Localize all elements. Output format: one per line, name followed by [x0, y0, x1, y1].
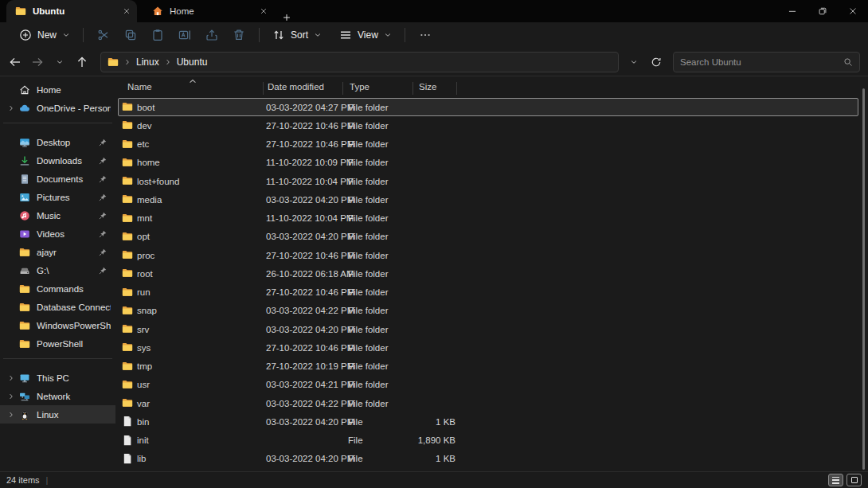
- table-row[interactable]: media 03-03-2022 04:20 PM File folder: [118, 190, 858, 209]
- tab-close-icon[interactable]: [123, 7, 131, 15]
- sidebar-item-onedrive-personal[interactable]: OneDrive - Personal: [0, 99, 115, 117]
- sidebar-item-powershell[interactable]: PowerShell: [0, 334, 115, 353]
- tab-home[interactable]: Home: [143, 0, 274, 22]
- chevron-right-icon[interactable]: [7, 392, 15, 400]
- table-row[interactable]: bin 03-03-2022 04:20 PM File 1 KB: [118, 412, 858, 431]
- back-button[interactable]: [5, 52, 25, 72]
- table-row[interactable]: sys 27-10-2022 10:46 PM File folder: [118, 338, 858, 357]
- chevron-right-icon[interactable]: [7, 374, 15, 382]
- view-icon: [339, 29, 352, 41]
- address-dropdown-button[interactable]: [624, 52, 644, 72]
- status-divider: |: [46, 475, 49, 485]
- drive-icon: [19, 265, 30, 276]
- paste-button[interactable]: [144, 25, 171, 45]
- chevron-right-icon[interactable]: [7, 411, 15, 419]
- table-row[interactable]: run 27-10-2022 10:46 PM File folder: [118, 283, 858, 302]
- column-separator[interactable]: [412, 82, 413, 95]
- toolbar-separator: [259, 28, 260, 42]
- search-input[interactable]: [680, 57, 839, 67]
- table-row[interactable]: proc 27-10-2022 10:46 PM File folder: [118, 246, 858, 264]
- sidebar-item-windowspowershell[interactable]: WindowsPowerShell: [0, 316, 115, 334]
- folder-icon: [19, 283, 30, 295]
- sidebar-item-documents[interactable]: Documents: [0, 170, 115, 188]
- folder-icon: [122, 119, 133, 131]
- file-date-modified: 27-10-2022 10:19 PM: [266, 361, 354, 371]
- sidebar-item-ajayr[interactable]: ajayr: [0, 243, 115, 261]
- navigation-pane: Home OneDrive - Personal Desktop Downloa…: [0, 77, 115, 471]
- column-separator[interactable]: [342, 82, 343, 95]
- chevron-right-icon[interactable]: [7, 104, 15, 112]
- table-row[interactable]: snap 03-03-2022 04:22 PM File folder: [118, 302, 858, 320]
- search-icon[interactable]: [843, 57, 853, 67]
- sidebar-item-desktop[interactable]: Desktop: [0, 133, 115, 151]
- restore-button[interactable]: [807, 0, 838, 22]
- sidebar-item-downloads[interactable]: Downloads: [0, 151, 115, 170]
- rename-button[interactable]: [171, 25, 198, 45]
- pin-icon: [98, 193, 108, 202]
- column-header-name[interactable]: Name: [127, 82, 152, 92]
- sidebar-item-music[interactable]: Music: [0, 206, 115, 224]
- column-header-date-modified[interactable]: Date modified: [268, 82, 324, 92]
- sidebar-item-linux[interactable]: Linux: [0, 405, 115, 424]
- table-row[interactable]: usr 03-03-2022 04:21 PM File folder: [118, 376, 858, 394]
- table-row[interactable]: tmp 27-10-2022 10:19 PM File folder: [118, 357, 858, 376]
- breadcrumb-segment-linux[interactable]: Linux: [133, 55, 162, 69]
- share-button[interactable]: [198, 25, 225, 45]
- table-row[interactable]: lib 03-03-2022 04:20 PM File 1 KB: [118, 450, 858, 468]
- linux-icon: [19, 409, 30, 420]
- table-row[interactable]: mnt 11-10-2022 10:04 PM File folder: [118, 209, 858, 228]
- breadcrumb[interactable]: Linux Ubuntu: [100, 52, 619, 72]
- column-header-size[interactable]: Size: [419, 82, 436, 92]
- column-separator[interactable]: [456, 82, 457, 95]
- up-button[interactable]: [72, 52, 92, 72]
- breadcrumb-segment-ubuntu[interactable]: Ubuntu: [174, 55, 211, 69]
- icons-view-button[interactable]: [846, 474, 862, 486]
- column-separator[interactable]: [263, 82, 264, 95]
- refresh-button[interactable]: [646, 52, 667, 72]
- file-name: media: [137, 195, 162, 205]
- sidebar-item-label: Pictures: [37, 193, 98, 202]
- sidebar-item-videos[interactable]: Videos: [0, 224, 115, 243]
- sidebar-item-label: Videos: [37, 229, 98, 239]
- sidebar-item-g[interactable]: G:\: [0, 261, 115, 279]
- vertical-scrollbar[interactable]: [862, 88, 865, 470]
- delete-button[interactable]: [225, 25, 252, 45]
- column-header-type[interactable]: Type: [350, 82, 369, 92]
- cut-button[interactable]: [90, 25, 117, 45]
- file-icon: [122, 435, 133, 446]
- table-row[interactable]: boot 03-03-2022 04:27 PM File folder: [118, 98, 858, 116]
- sidebar-item-this-pc[interactable]: This PC: [0, 369, 115, 387]
- sidebar-item-pictures[interactable]: Pictures: [0, 188, 115, 206]
- table-row[interactable]: var 03-03-2022 04:22 PM File folder: [118, 394, 858, 412]
- forward-button[interactable]: [27, 52, 48, 72]
- details-view-button[interactable]: [828, 474, 843, 486]
- sidebar-item-network[interactable]: Network: [0, 387, 115, 405]
- new-tab-button[interactable]: [282, 13, 291, 22]
- tab-ubuntu[interactable]: Ubuntu: [6, 0, 137, 22]
- file-date-modified: 03-03-2022 04:27 PM: [266, 103, 354, 112]
- table-row[interactable]: opt 03-03-2022 04:20 PM File folder: [118, 228, 858, 246]
- sidebar-item-home[interactable]: Home: [0, 80, 115, 99]
- sidebar-item-commands[interactable]: Commands: [0, 279, 115, 298]
- recent-locations-button[interactable]: [49, 52, 70, 72]
- view-button[interactable]: View: [333, 25, 398, 45]
- table-row[interactable]: etc 27-10-2022 10:46 PM File folder: [118, 135, 858, 154]
- file-name: home: [137, 158, 160, 167]
- table-row[interactable]: init File 1,890 KB: [118, 431, 858, 450]
- close-button[interactable]: [838, 0, 868, 22]
- tab-close-icon[interactable]: [260, 7, 268, 15]
- table-row[interactable]: lost+found 11-10-2022 10:04 PM File fold…: [118, 172, 858, 190]
- sidebar-item-database-connectivity[interactable]: Database Connectivity: [0, 298, 115, 316]
- file-type: File folder: [348, 306, 389, 315]
- copy-button[interactable]: [117, 25, 144, 45]
- table-row[interactable]: dev 27-10-2022 10:46 PM File folder: [118, 116, 858, 135]
- table-row[interactable]: root 26-10-2022 06:18 AM File folder: [118, 264, 858, 283]
- table-row[interactable]: home 11-10-2022 10:09 PM File folder: [118, 154, 858, 172]
- new-button[interactable]: New: [13, 25, 76, 45]
- chevron-down-icon: [314, 31, 322, 39]
- file-name: proc: [137, 251, 154, 260]
- more-options-button[interactable]: [412, 25, 439, 45]
- table-row[interactable]: srv 03-03-2022 04:20 PM File folder: [118, 320, 858, 338]
- minimize-button[interactable]: [777, 0, 807, 22]
- sort-button[interactable]: Sort: [266, 25, 328, 45]
